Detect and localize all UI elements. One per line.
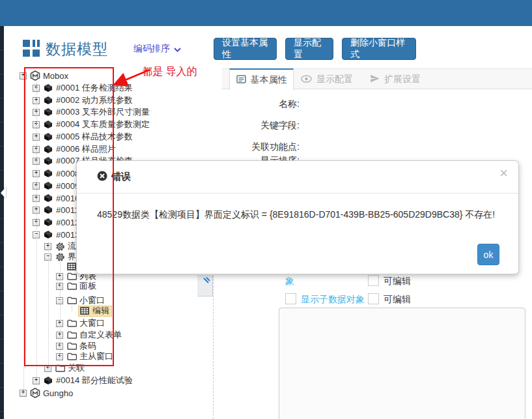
logo-icon [30, 388, 40, 398]
set-basic-props-button[interactable]: 设置基本属性 [214, 38, 277, 60]
sort-dropdown[interactable]: 编码排序 [133, 43, 181, 55]
tree-guide-line [36, 79, 37, 379]
cube-icon [43, 205, 53, 215]
tree-item-content: 主从窗口 [66, 351, 113, 362]
show-child-label: 显示子数据对象 [301, 294, 365, 306]
cube-icon [43, 156, 53, 166]
tree-item-label: #0002 动力系统参数 [56, 94, 133, 106]
dialog-title-text: 错误 [111, 171, 131, 183]
tree-item-label: 主从窗口 [79, 351, 113, 362]
tree-item-content: #0005 样品技术参数 [43, 131, 133, 143]
cube-icon [43, 168, 53, 179]
tree-item-label: 自定义表单 [79, 329, 122, 341]
tree-item-label: 编辑 [92, 305, 109, 317]
form-icon [236, 75, 246, 85]
close-icon[interactable]: × [499, 166, 508, 181]
tree-item-content: #0014 部分性能试验 [43, 375, 133, 386]
folder-icon [66, 351, 77, 362]
send-icon [370, 74, 380, 85]
selected-tree-item: 编辑 [78, 306, 112, 317]
tree-item-content: #0011 [43, 205, 79, 215]
tree-item-content: #0010 [43, 193, 79, 203]
tree-item-label: #0006 样品照片 [56, 143, 116, 155]
folder-icon [66, 295, 77, 306]
cube-icon [43, 132, 53, 142]
grid-icon [79, 306, 90, 316]
tree-item-label: #0014 部分性能试验 [56, 375, 133, 386]
wrapped-label-tail: 象 [285, 276, 294, 287]
tree-guide-line [60, 263, 61, 356]
cube-icon [43, 144, 53, 154]
tab-basic-props[interactable]: 基本属性 [229, 68, 294, 90]
logo-icon [30, 70, 40, 81]
eye-icon [301, 74, 312, 85]
editable-label-2: 可编辑 [384, 294, 411, 306]
gear-icon [55, 241, 65, 252]
cube-icon [43, 107, 53, 117]
tree-guide-line [23, 79, 24, 391]
chevron-down-icon [174, 44, 181, 54]
sort-label: 编码排序 [133, 43, 170, 55]
tree-item-label: #0011 [56, 205, 79, 215]
tree-guide-line [72, 306, 72, 311]
folder-icon [66, 330, 77, 340]
collapse-arrow-icon[interactable] [1, 187, 6, 199]
tree-item-label: #0005 样品技术参数 [56, 131, 133, 143]
tree-item-content: 自定义表单 [66, 329, 122, 341]
tree-item-content: Mobox [30, 70, 68, 81]
content-panel [279, 308, 525, 419]
tree-item-label: #0003 叉车外部尺寸测量 [56, 106, 150, 118]
tree-item-content: #0002 动力系统参数 [43, 94, 133, 106]
cube-icon [43, 181, 53, 191]
delete-small-window-style-button[interactable]: 删除小窗口样式 [342, 38, 416, 60]
editable-checkbox-2[interactable] [368, 293, 379, 304]
editable-checkbox-1[interactable] [368, 275, 379, 286]
tree-item-label: Gungho [43, 388, 73, 398]
cube-icon [43, 217, 53, 227]
tab-extend-label: 扩展设置 [384, 74, 421, 85]
tree-item-label: 面板 [79, 280, 96, 292]
ok-button[interactable]: ok [477, 244, 499, 265]
expand-plus-icon[interactable]: + [20, 72, 27, 79]
cube-icon [43, 375, 53, 386]
tree-item-content: 面板 [66, 280, 96, 292]
page-title: 数据模型 [46, 39, 108, 59]
show-child-checkbox[interactable] [285, 293, 296, 304]
tab-display-label: 显示配置 [316, 74, 353, 85]
tree-item-content: #0009 [43, 181, 79, 191]
tab-display-config[interactable]: 显示配置 [301, 68, 353, 90]
tree-item-content: #0006 样品照片 [43, 143, 116, 155]
cube-icon [43, 83, 53, 93]
tree-item-label: #0004 叉车质量参数测定 [56, 119, 150, 130]
cube-icon [43, 95, 53, 106]
grid-logo-icon [23, 40, 40, 57]
folder-icon [66, 341, 77, 351]
tree-item-content: #0008 [43, 168, 79, 179]
annotation-text: 都是 导入的 [142, 65, 197, 79]
tree-item-content: #0004 叉车质量参数测定 [43, 119, 150, 130]
key-field-label: 关键字段: [208, 120, 300, 132]
tab-extend-settings[interactable]: 扩展设置 [370, 68, 421, 90]
top-bar [0, 0, 532, 26]
display-config-button[interactable]: 显示配置 [285, 38, 333, 60]
tree-item-content: Gungho [30, 388, 73, 398]
dialog-message: 48529数据类【检测项目】界面定义标识 = {8E91816D-D701-43… [97, 209, 505, 221]
tree-item-label: #0001 任务检测结果 [56, 82, 133, 94]
related-function-label: 关联功能点: [208, 141, 300, 153]
cube-icon [43, 193, 53, 203]
tree-item-content: 大窗口 [66, 317, 105, 329]
tree-item-label: 大窗口 [79, 317, 105, 329]
error-icon [97, 171, 107, 183]
cube-icon [43, 229, 53, 240]
tree-guide-line [48, 242, 49, 368]
gear-icon [55, 252, 65, 262]
dialog-header: 错误 × [77, 161, 518, 194]
name-label: 名称: [208, 98, 300, 110]
tree-item-label: Mobox [43, 71, 68, 81]
error-dialog: 错误 × 48529数据类【检测项目】界面定义标识 = {8E91816D-D7… [76, 160, 519, 274]
tree-item-content: #0013 [43, 229, 79, 240]
tree-item-content: #0003 叉车外部尺寸测量 [43, 106, 150, 118]
tree-item-label: 关联 [68, 362, 85, 374]
folder-icon [55, 363, 65, 373]
tab-basic-label: 基本属性 [251, 74, 287, 86]
